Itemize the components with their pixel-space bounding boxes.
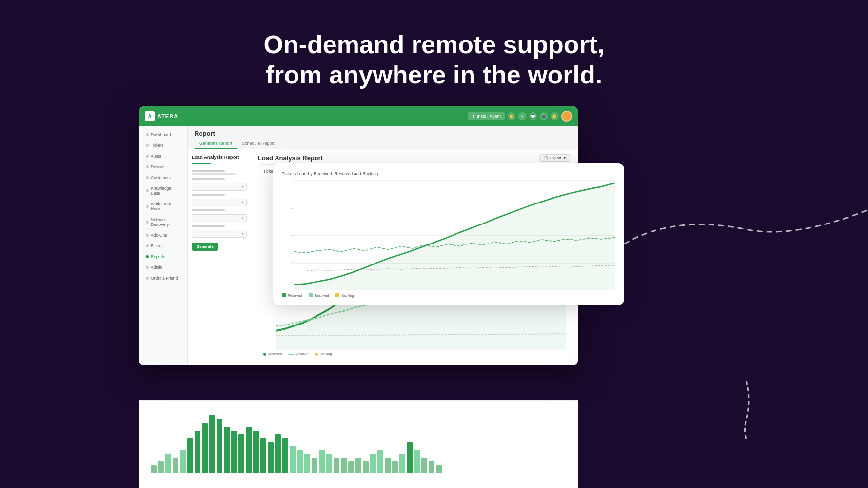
bar — [363, 461, 369, 473]
bar — [392, 461, 398, 473]
bar-item — [392, 461, 398, 473]
headline-line2: from anywhere in the world. — [0, 60, 868, 90]
sidebar-label-billing: Billing — [151, 244, 162, 248]
bar — [399, 454, 405, 473]
bar — [407, 442, 413, 473]
video-icon[interactable]: 📹 — [540, 112, 548, 120]
sidebar-item-admin[interactable]: Admin — [141, 263, 185, 272]
legend-dot-backlog — [315, 353, 318, 356]
floating-y-labels: — — — — — — [282, 180, 294, 290]
sidebar-item-reports[interactable]: Reports — [141, 252, 185, 262]
bar-item — [399, 454, 405, 473]
bar — [385, 458, 391, 473]
legend-resolved: Resolved — [288, 352, 309, 356]
chart-legend: Received Resolved Backlog — [263, 352, 566, 356]
bar-item — [312, 458, 317, 473]
bar — [297, 450, 303, 473]
sidebar-item-work-from-home[interactable]: Work From Home — [141, 199, 185, 214]
logo-name: ATERA — [158, 113, 178, 119]
sidebar-item-dashboard[interactable]: Dashboard — [141, 130, 185, 140]
bar — [209, 415, 215, 473]
sidebar-item-order-friend[interactable]: Order a Friend — [141, 273, 185, 283]
add-icon[interactable]: + — [518, 112, 526, 120]
bar-item — [275, 434, 281, 473]
bar — [355, 458, 361, 473]
speaker-icon[interactable]: 🔔 — [508, 112, 515, 120]
bar-item — [348, 461, 354, 473]
logo-box: A — [145, 111, 155, 121]
sidebar-item-tickets[interactable]: Tickets — [141, 141, 185, 150]
bar-item — [260, 438, 266, 473]
floating-chart-card: Tickets Load by Received, Resolved and B… — [273, 163, 624, 305]
bar — [187, 438, 193, 473]
install-agent-label: Install Agent — [477, 114, 501, 119]
report-header: Load Analysis Report 📋 Export ▼ — [258, 154, 571, 162]
bar — [217, 419, 222, 473]
chat-icon[interactable]: 💬 — [529, 112, 537, 120]
avatar[interactable] — [561, 111, 572, 122]
field-label-1 — [192, 170, 225, 172]
sidebar-item-devices[interactable]: Devices — [141, 162, 185, 172]
bar-item — [421, 458, 427, 473]
bar — [414, 450, 420, 473]
legend-label-received: Received — [268, 352, 282, 356]
legend-received: Received — [263, 352, 282, 356]
bar-item — [290, 446, 296, 473]
chevron-down-icon: ▼ — [241, 185, 244, 188]
bell-icon[interactable]: 🔔 — [551, 112, 558, 120]
sidebar-label-network: Network Discovery — [151, 217, 180, 227]
sidebar-item-knowledge-base[interactable]: Knowledge Base — [141, 183, 185, 198]
dashed-curve-decoration — [624, 205, 868, 264]
form-field-2 — [192, 178, 247, 180]
sidebar-label-kb: Knowledge Base — [151, 186, 180, 196]
sidebar-icon-dashboard — [146, 133, 149, 136]
bar-item — [326, 454, 332, 473]
sidebar-item-add-ons[interactable]: Add-Ons — [141, 230, 185, 240]
logo-letter: A — [148, 114, 151, 119]
sidebar-icon-alerts — [146, 155, 149, 158]
sidebar-item-alerts[interactable]: Alerts — [141, 151, 185, 161]
bar-item — [151, 465, 157, 473]
bar — [341, 458, 347, 473]
form-dropdown-3[interactable]: ▼ — [192, 214, 247, 222]
sidebar-item-network-discovery[interactable]: Network Discovery — [141, 215, 185, 229]
bar-item — [253, 431, 259, 473]
bar — [180, 450, 186, 473]
tab-schedule-report[interactable]: Schedule Report — [237, 139, 279, 149]
sidebar-item-customers[interactable]: Customers — [141, 173, 185, 183]
bar-item — [268, 442, 274, 473]
bar — [282, 438, 288, 473]
sidebar-icon-devices — [146, 165, 149, 168]
bar — [290, 446, 296, 473]
install-agent-button[interactable]: ⬇ Install Agent — [468, 112, 505, 120]
floating-legend-backlog: Backlog — [335, 293, 354, 297]
bar-item — [209, 415, 215, 473]
bar — [173, 458, 178, 473]
bar — [268, 442, 274, 473]
sidebar-icon-addons — [146, 234, 149, 237]
bar — [231, 431, 237, 473]
export-button[interactable]: 📋 Export ▼ — [539, 154, 571, 162]
bar-item — [407, 442, 413, 473]
bar — [253, 431, 259, 473]
bar — [202, 423, 208, 473]
floating-legend-resolved: Resolved — [309, 293, 329, 297]
generate-button[interactable]: Generate — [192, 243, 218, 251]
report-title: Load Analysis Report — [258, 154, 323, 162]
bar-item — [436, 465, 442, 473]
tab-generate-report[interactable]: Generate Report — [195, 139, 237, 149]
form-dropdown-1[interactable]: ▼ — [192, 183, 247, 191]
legend-dot-received — [263, 353, 266, 356]
form-dropdown-2[interactable]: ▼ — [192, 199, 247, 206]
bar-item — [246, 427, 252, 473]
headline: On-demand remote support, from anywhere … — [0, 29, 868, 90]
f-legend-box-received — [282, 293, 286, 297]
sidebar-label-alerts: Alerts — [151, 154, 161, 159]
report-tabs: Generate Report Schedule Report — [195, 139, 571, 149]
bar-item — [304, 454, 310, 473]
form-panel: Load Analysis Report ▼ — [188, 149, 251, 365]
form-dropdown-4[interactable]: ▼ — [192, 230, 247, 238]
bar — [158, 461, 164, 473]
sidebar-item-billing[interactable]: Billing — [141, 241, 185, 251]
f-legend-box-backlog — [335, 293, 339, 297]
